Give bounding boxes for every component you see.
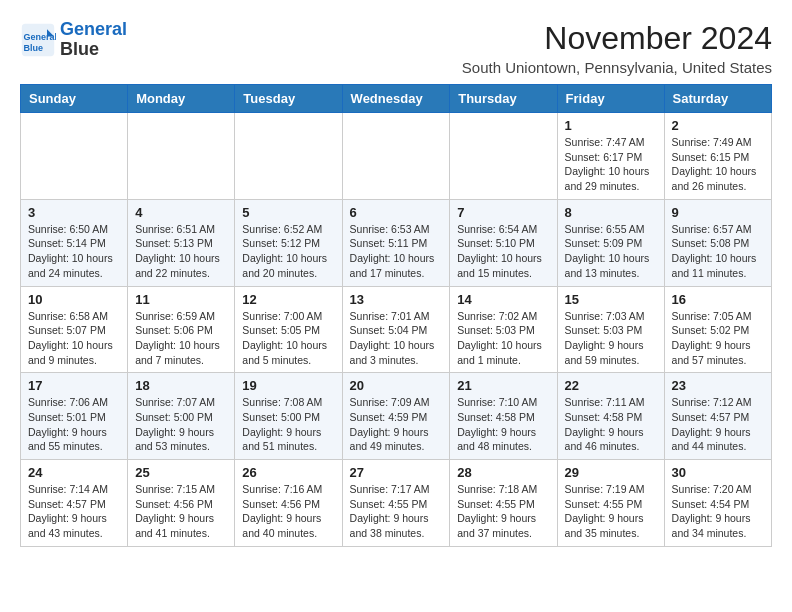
day-cell: 12Sunrise: 7:00 AM Sunset: 5:05 PM Dayli… [235,286,342,373]
day-number: 1 [565,118,657,133]
day-cell: 23Sunrise: 7:12 AM Sunset: 4:57 PM Dayli… [664,373,771,460]
day-number: 2 [672,118,764,133]
day-cell: 5Sunrise: 6:52 AM Sunset: 5:12 PM Daylig… [235,199,342,286]
day-number: 30 [672,465,764,480]
day-number: 8 [565,205,657,220]
day-number: 23 [672,378,764,393]
day-info: Sunrise: 7:17 AM Sunset: 4:55 PM Dayligh… [350,482,443,541]
day-number: 22 [565,378,657,393]
day-cell [450,113,557,200]
calendar-body: 1Sunrise: 7:47 AM Sunset: 6:17 PM Daylig… [21,113,772,547]
day-number: 15 [565,292,657,307]
day-number: 11 [135,292,227,307]
day-cell: 24Sunrise: 7:14 AM Sunset: 4:57 PM Dayli… [21,460,128,547]
day-info: Sunrise: 7:09 AM Sunset: 4:59 PM Dayligh… [350,395,443,454]
day-info: Sunrise: 6:51 AM Sunset: 5:13 PM Dayligh… [135,222,227,281]
logo-icon: General Blue [20,22,56,58]
day-info: Sunrise: 7:12 AM Sunset: 4:57 PM Dayligh… [672,395,764,454]
day-cell: 2Sunrise: 7:49 AM Sunset: 6:15 PM Daylig… [664,113,771,200]
day-info: Sunrise: 7:05 AM Sunset: 5:02 PM Dayligh… [672,309,764,368]
day-number: 24 [28,465,120,480]
weekday-header-tuesday: Tuesday [235,85,342,113]
day-cell: 14Sunrise: 7:02 AM Sunset: 5:03 PM Dayli… [450,286,557,373]
day-cell: 6Sunrise: 6:53 AM Sunset: 5:11 PM Daylig… [342,199,450,286]
day-cell: 8Sunrise: 6:55 AM Sunset: 5:09 PM Daylig… [557,199,664,286]
day-info: Sunrise: 7:49 AM Sunset: 6:15 PM Dayligh… [672,135,764,194]
day-cell: 26Sunrise: 7:16 AM Sunset: 4:56 PM Dayli… [235,460,342,547]
day-info: Sunrise: 6:59 AM Sunset: 5:06 PM Dayligh… [135,309,227,368]
day-info: Sunrise: 7:03 AM Sunset: 5:03 PM Dayligh… [565,309,657,368]
day-info: Sunrise: 7:06 AM Sunset: 5:01 PM Dayligh… [28,395,120,454]
title-area: November 2024 South Uniontown, Pennsylva… [462,20,772,76]
day-info: Sunrise: 7:15 AM Sunset: 4:56 PM Dayligh… [135,482,227,541]
day-number: 12 [242,292,334,307]
day-cell: 27Sunrise: 7:17 AM Sunset: 4:55 PM Dayli… [342,460,450,547]
page-header: General Blue GeneralBlue November 2024 S… [20,20,772,76]
day-number: 10 [28,292,120,307]
day-info: Sunrise: 6:57 AM Sunset: 5:08 PM Dayligh… [672,222,764,281]
day-number: 26 [242,465,334,480]
day-info: Sunrise: 6:55 AM Sunset: 5:09 PM Dayligh… [565,222,657,281]
day-info: Sunrise: 7:00 AM Sunset: 5:05 PM Dayligh… [242,309,334,368]
week-row-3: 10Sunrise: 6:58 AM Sunset: 5:07 PM Dayli… [21,286,772,373]
day-number: 6 [350,205,443,220]
day-cell: 16Sunrise: 7:05 AM Sunset: 5:02 PM Dayli… [664,286,771,373]
day-cell: 25Sunrise: 7:15 AM Sunset: 4:56 PM Dayli… [128,460,235,547]
week-row-1: 1Sunrise: 7:47 AM Sunset: 6:17 PM Daylig… [21,113,772,200]
day-info: Sunrise: 7:47 AM Sunset: 6:17 PM Dayligh… [565,135,657,194]
day-cell: 22Sunrise: 7:11 AM Sunset: 4:58 PM Dayli… [557,373,664,460]
day-number: 5 [242,205,334,220]
weekday-header-wednesday: Wednesday [342,85,450,113]
month-title: November 2024 [462,20,772,57]
day-cell: 13Sunrise: 7:01 AM Sunset: 5:04 PM Dayli… [342,286,450,373]
day-cell: 30Sunrise: 7:20 AM Sunset: 4:54 PM Dayli… [664,460,771,547]
day-cell: 29Sunrise: 7:19 AM Sunset: 4:55 PM Dayli… [557,460,664,547]
day-cell: 1Sunrise: 7:47 AM Sunset: 6:17 PM Daylig… [557,113,664,200]
day-number: 16 [672,292,764,307]
day-info: Sunrise: 7:19 AM Sunset: 4:55 PM Dayligh… [565,482,657,541]
logo: General Blue GeneralBlue [20,20,127,60]
day-number: 28 [457,465,549,480]
day-cell: 10Sunrise: 6:58 AM Sunset: 5:07 PM Dayli… [21,286,128,373]
day-cell: 19Sunrise: 7:08 AM Sunset: 5:00 PM Dayli… [235,373,342,460]
weekday-header-monday: Monday [128,85,235,113]
day-number: 27 [350,465,443,480]
day-cell: 20Sunrise: 7:09 AM Sunset: 4:59 PM Dayli… [342,373,450,460]
day-info: Sunrise: 6:53 AM Sunset: 5:11 PM Dayligh… [350,222,443,281]
calendar-header: SundayMondayTuesdayWednesdayThursdayFrid… [21,85,772,113]
logo-text: GeneralBlue [60,20,127,60]
day-number: 18 [135,378,227,393]
weekday-header-thursday: Thursday [450,85,557,113]
day-cell: 21Sunrise: 7:10 AM Sunset: 4:58 PM Dayli… [450,373,557,460]
week-row-5: 24Sunrise: 7:14 AM Sunset: 4:57 PM Dayli… [21,460,772,547]
day-number: 9 [672,205,764,220]
day-cell: 3Sunrise: 6:50 AM Sunset: 5:14 PM Daylig… [21,199,128,286]
day-number: 25 [135,465,227,480]
weekday-header-saturday: Saturday [664,85,771,113]
day-info: Sunrise: 7:10 AM Sunset: 4:58 PM Dayligh… [457,395,549,454]
day-info: Sunrise: 7:01 AM Sunset: 5:04 PM Dayligh… [350,309,443,368]
weekday-row: SundayMondayTuesdayWednesdayThursdayFrid… [21,85,772,113]
day-number: 14 [457,292,549,307]
weekday-header-sunday: Sunday [21,85,128,113]
day-info: Sunrise: 7:02 AM Sunset: 5:03 PM Dayligh… [457,309,549,368]
week-row-4: 17Sunrise: 7:06 AM Sunset: 5:01 PM Dayli… [21,373,772,460]
day-info: Sunrise: 6:58 AM Sunset: 5:07 PM Dayligh… [28,309,120,368]
day-number: 13 [350,292,443,307]
day-number: 7 [457,205,549,220]
day-cell: 15Sunrise: 7:03 AM Sunset: 5:03 PM Dayli… [557,286,664,373]
day-info: Sunrise: 7:08 AM Sunset: 5:00 PM Dayligh… [242,395,334,454]
day-info: Sunrise: 6:52 AM Sunset: 5:12 PM Dayligh… [242,222,334,281]
day-number: 29 [565,465,657,480]
day-info: Sunrise: 7:18 AM Sunset: 4:55 PM Dayligh… [457,482,549,541]
day-info: Sunrise: 7:16 AM Sunset: 4:56 PM Dayligh… [242,482,334,541]
day-cell [342,113,450,200]
day-cell: 18Sunrise: 7:07 AM Sunset: 5:00 PM Dayli… [128,373,235,460]
day-number: 19 [242,378,334,393]
day-cell: 4Sunrise: 6:51 AM Sunset: 5:13 PM Daylig… [128,199,235,286]
day-cell: 7Sunrise: 6:54 AM Sunset: 5:10 PM Daylig… [450,199,557,286]
svg-text:Blue: Blue [24,43,44,53]
day-info: Sunrise: 6:50 AM Sunset: 5:14 PM Dayligh… [28,222,120,281]
day-cell [21,113,128,200]
day-cell: 28Sunrise: 7:18 AM Sunset: 4:55 PM Dayli… [450,460,557,547]
